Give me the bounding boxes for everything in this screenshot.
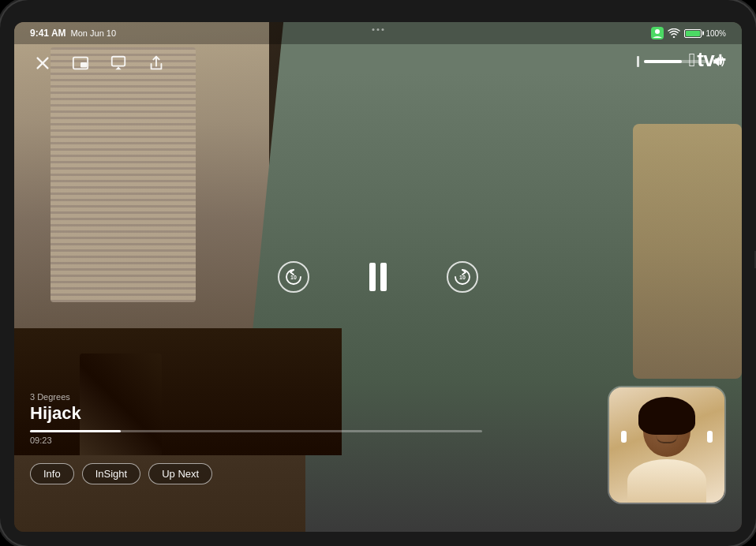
status-right: 100% — [651, 27, 726, 39]
pip-button[interactable] — [68, 50, 93, 76]
pause-button[interactable] — [358, 257, 398, 297]
volume-track — [644, 60, 707, 63]
battery-indicator — [684, 29, 702, 38]
progress-bar[interactable] — [30, 430, 482, 432]
profile-icon — [651, 27, 664, 39]
skip-back-icon: 10 — [283, 266, 305, 288]
status-time: 9:41 AM — [30, 28, 66, 39]
svg-text:10: 10 — [459, 275, 466, 280]
wifi-icon — [668, 28, 680, 38]
top-dots — [372, 28, 384, 31]
progress-bar-fill — [30, 430, 121, 432]
headrest — [633, 124, 742, 379]
info-button[interactable]: Info — [30, 463, 74, 484]
facetime-background — [609, 387, 724, 503]
pause-bar-left — [369, 263, 376, 291]
volume-line-icon — [637, 56, 639, 67]
svg-rect-6 — [112, 57, 125, 66]
svg-point-1 — [655, 29, 660, 34]
battery-fill — [686, 31, 699, 36]
window-shade — [51, 47, 196, 302]
skip-forward-button[interactable]: 10 — [445, 260, 480, 294]
airplay-button[interactable] — [106, 50, 131, 76]
skip-forward-icon: 10 — [451, 266, 473, 288]
skip-back-circle: 10 — [278, 261, 309, 293]
svg-text:10: 10 — [290, 275, 297, 280]
top-controls — [30, 50, 169, 76]
insight-button[interactable]: InSight — [82, 463, 140, 484]
close-button[interactable] — [30, 50, 55, 76]
up-next-button[interactable]: Up Next — [148, 463, 212, 484]
left-airpod — [621, 431, 627, 443]
facetime-smile — [656, 436, 678, 443]
volume-fill — [644, 60, 682, 63]
skip-back-button[interactable]: 10 — [276, 260, 311, 294]
ipad-frame: 9:41 AM Mon Jun 10 — [0, 0, 756, 546]
right-airpod — [707, 431, 713, 443]
screen: 9:41 AM Mon Jun 10 — [14, 22, 742, 532]
status-date: Mon Jun 10 — [71, 28, 116, 38]
pause-bar-right — [380, 263, 387, 291]
pause-icon — [369, 263, 387, 291]
skip-forward-circle: 10 — [447, 261, 478, 293]
status-bar: 9:41 AM Mon Jun 10 — [14, 22, 742, 44]
battery-percent: 100% — [705, 29, 726, 38]
facetime-body — [627, 459, 706, 503]
svg-rect-5 — [80, 62, 87, 67]
facetime-overlay[interactable] — [608, 386, 726, 504]
share-button[interactable] — [144, 50, 169, 76]
playback-controls: 10 10 — [276, 257, 480, 297]
volume-icon — [712, 55, 726, 68]
facetime-hair — [638, 397, 695, 435]
bottom-buttons: Info InSight Up Next — [30, 463, 212, 484]
